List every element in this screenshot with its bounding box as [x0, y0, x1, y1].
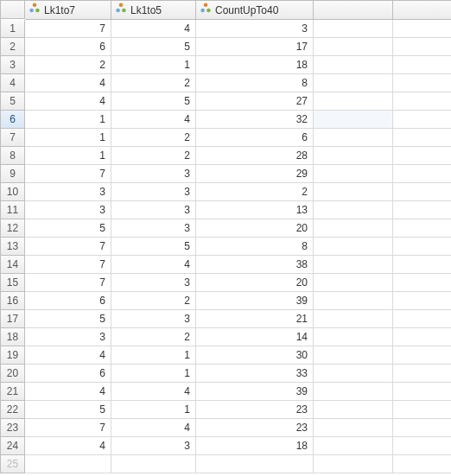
data-cell[interactable]: [314, 111, 393, 129]
corner-cell[interactable]: [1, 1, 25, 19]
data-cell[interactable]: 5: [111, 38, 196, 56]
data-cell[interactable]: [314, 292, 393, 310]
row-header[interactable]: 8: [1, 147, 25, 165]
row-header[interactable]: 7: [1, 129, 25, 147]
data-cell[interactable]: 1: [25, 111, 111, 129]
row-header[interactable]: 13: [1, 238, 25, 256]
data-cell[interactable]: 1: [25, 147, 111, 165]
data-cell[interactable]: [393, 310, 451, 328]
row-header[interactable]: 17: [1, 310, 25, 328]
row-header[interactable]: 12: [1, 219, 25, 238]
data-cell[interactable]: 4: [111, 20, 196, 38]
row-header[interactable]: 22: [1, 401, 25, 419]
data-cell[interactable]: 2: [111, 328, 196, 346]
data-cell[interactable]: [393, 111, 451, 129]
data-cell[interactable]: [314, 129, 393, 147]
row-header[interactable]: 14: [1, 256, 25, 274]
data-cell[interactable]: [393, 165, 451, 183]
data-cell[interactable]: [393, 147, 451, 165]
data-cell[interactable]: 30: [196, 346, 314, 365]
data-cell[interactable]: [393, 274, 451, 292]
data-cell-empty[interactable]: [314, 455, 393, 473]
data-cell[interactable]: 4: [25, 383, 111, 401]
data-cell[interactable]: 1: [25, 129, 111, 147]
data-cell[interactable]: 28: [196, 147, 314, 165]
data-cell[interactable]: 2: [111, 74, 196, 92]
row-header[interactable]: 2: [1, 38, 25, 56]
data-cell[interactable]: [393, 219, 451, 238]
row-header[interactable]: 18: [1, 328, 25, 346]
data-cell[interactable]: [314, 219, 393, 238]
data-cell[interactable]: 3: [111, 219, 196, 238]
data-cell[interactable]: 3: [111, 183, 196, 201]
data-cell[interactable]: 18: [196, 437, 314, 455]
data-cell[interactable]: [314, 419, 393, 437]
data-cell[interactable]: 7: [25, 274, 111, 292]
row-header[interactable]: 4: [1, 74, 25, 92]
data-cell[interactable]: 7: [25, 20, 111, 38]
data-cell[interactable]: 4: [111, 383, 196, 401]
data-cell[interactable]: [314, 74, 393, 92]
data-cell[interactable]: [314, 346, 393, 365]
data-cell[interactable]: 6: [25, 292, 111, 310]
data-cell[interactable]: [314, 165, 393, 183]
data-cell[interactable]: 20: [196, 219, 314, 238]
data-cell[interactable]: [314, 238, 393, 256]
data-cell[interactable]: 7: [25, 256, 111, 274]
data-cell[interactable]: 5: [25, 401, 111, 419]
data-cell[interactable]: 3: [25, 183, 111, 201]
data-cell[interactable]: 14: [196, 328, 314, 346]
column-header[interactable]: [393, 1, 451, 20]
row-header-phantom[interactable]: 25: [1, 455, 25, 473]
data-cell[interactable]: [393, 38, 451, 56]
data-cell[interactable]: 39: [196, 292, 314, 310]
data-cell[interactable]: 7: [25, 165, 111, 183]
data-cell[interactable]: 4: [111, 419, 196, 437]
data-cell[interactable]: 4: [25, 346, 111, 365]
data-cell[interactable]: [314, 401, 393, 419]
data-cell[interactable]: 3: [25, 328, 111, 346]
data-cell-empty[interactable]: [393, 455, 451, 473]
data-cell[interactable]: 18: [196, 56, 314, 74]
row-header[interactable]: 3: [1, 56, 25, 74]
row-header[interactable]: 1: [1, 20, 25, 38]
data-cell[interactable]: 4: [111, 111, 196, 129]
row-header[interactable]: 11: [1, 201, 25, 219]
row-header[interactable]: 23: [1, 419, 25, 437]
data-cell[interactable]: 29: [196, 165, 314, 183]
data-cell[interactable]: 2: [111, 292, 196, 310]
data-cell[interactable]: 1: [111, 401, 196, 419]
data-cell[interactable]: 2: [111, 147, 196, 165]
data-cell[interactable]: [314, 92, 393, 111]
row-header[interactable]: 19: [1, 346, 25, 365]
row-header[interactable]: 15: [1, 274, 25, 292]
data-cell[interactable]: 3: [111, 310, 196, 328]
row-header[interactable]: 21: [1, 383, 25, 401]
row-header[interactable]: 16: [1, 292, 25, 310]
data-cell[interactable]: [393, 129, 451, 147]
data-cell[interactable]: [314, 383, 393, 401]
data-cell[interactable]: 1: [111, 365, 196, 383]
data-cell[interactable]: 39: [196, 383, 314, 401]
data-cell[interactable]: 6: [25, 365, 111, 383]
data-cell[interactable]: 4: [25, 437, 111, 455]
row-header[interactable]: 10: [1, 183, 25, 201]
data-cell[interactable]: [393, 201, 451, 219]
data-cell[interactable]: 6: [25, 38, 111, 56]
data-cell[interactable]: 13: [196, 201, 314, 219]
data-cell[interactable]: 32: [196, 111, 314, 129]
data-cell-empty[interactable]: [25, 455, 111, 473]
row-header[interactable]: 24: [1, 437, 25, 455]
data-cell[interactable]: [393, 74, 451, 92]
data-cell[interactable]: 3: [25, 201, 111, 219]
data-cell[interactable]: [393, 437, 451, 455]
data-cell[interactable]: 2: [111, 129, 196, 147]
data-cell[interactable]: 2: [196, 183, 314, 201]
data-cell[interactable]: 17: [196, 38, 314, 56]
data-cell[interactable]: [393, 401, 451, 419]
data-cell[interactable]: 2: [25, 56, 111, 74]
data-cell[interactable]: 4: [111, 256, 196, 274]
data-cell[interactable]: [314, 328, 393, 346]
data-cell[interactable]: 20: [196, 274, 314, 292]
data-cell[interactable]: 1: [111, 346, 196, 365]
